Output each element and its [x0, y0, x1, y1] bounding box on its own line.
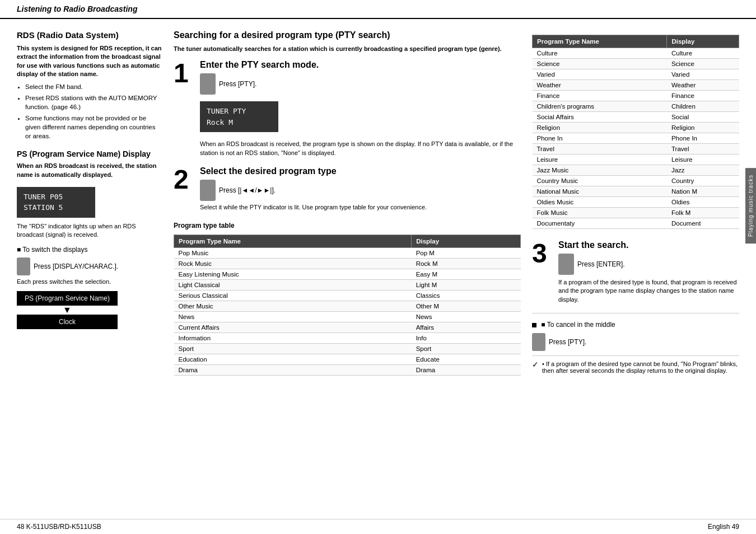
side-tab: Playing music tracks: [745, 168, 756, 243]
right-program-type-name-cell: Jazz Music: [533, 165, 667, 176]
table-row: Social AffairsSocial: [533, 112, 739, 123]
rds-description: This system is designed for RDS receptio…: [17, 44, 162, 79]
program-display-cell: Pop M: [412, 248, 521, 259]
cancel-section: ■ To cancel in the middle Press [PTY].: [532, 320, 739, 351]
step2-press-text: Press [|◄◄/►►|].: [219, 186, 276, 194]
table-row: DocumentatyDocument: [533, 218, 739, 229]
step3-container: 3 Start the search. Press [ENTER]. If a …: [532, 240, 739, 307]
separator2: [532, 355, 739, 356]
step1-display-line2: Rock M: [207, 117, 272, 128]
table-row: Folk MusicFolk M: [533, 208, 739, 218]
table-row: Other MusicOther M: [174, 301, 521, 312]
rds-bullets: Select the FM band. Preset RDS stations …: [25, 82, 162, 141]
middle-column: Searching for a desired program type (PT…: [174, 30, 521, 508]
program-display-cell: Rock M: [412, 259, 521, 269]
program-display-cell: Sport: [412, 344, 521, 354]
step1-remote-icon: [200, 73, 216, 95]
right-program-display-cell: Jazz: [667, 165, 739, 176]
table-row: EducationEducate: [174, 354, 521, 365]
right-program-display-cell: Document: [667, 218, 739, 229]
table-header-row: Program Type Name Display: [174, 235, 521, 248]
table-row: SportSport: [174, 344, 521, 354]
cancel-press-line: Press [PTY].: [532, 333, 739, 351]
right-program-display-cell: Weather: [667, 80, 739, 91]
step3-note: If a program of the desired type is foun…: [558, 278, 739, 304]
remote-icon: [17, 257, 30, 275]
table-row: WeatherWeather: [533, 80, 739, 91]
program-type-name-cell: News: [174, 312, 412, 322]
right-program-type-name-cell: Oldies Music: [533, 197, 667, 208]
program-display-cell: Classics: [412, 291, 521, 301]
right-program-display-cell: Folk M: [667, 208, 739, 218]
right-program-type-name-cell: Leisure: [533, 154, 667, 165]
program-type-name-cell: Other Music: [174, 301, 412, 312]
step1-title: Enter the PTY search mode.: [200, 60, 521, 70]
display-press-line: Press [DISPLAY/CHARAC.].: [17, 257, 162, 275]
program-type-name-cell: Light Classical: [174, 280, 412, 291]
separator: [532, 313, 739, 313]
right-program-type-name-cell: Finance: [533, 91, 667, 101]
right-program-type-name-cell: Culture: [533, 48, 667, 59]
program-display-cell: News: [412, 312, 521, 322]
right-program-display-cell: Country: [667, 176, 739, 186]
right-table-header-row: Program Type Name Display: [533, 35, 739, 48]
step2-content: Select the desired program type Press [|…: [200, 166, 521, 215]
table-row: TravelTravel: [533, 144, 739, 154]
ps-section: PS (Program Service Name) Display When a…: [17, 149, 162, 329]
each-press-note: Each press switches the selection.: [17, 278, 162, 286]
right-program-table: Program Type Name Display CultureCulture…: [532, 35, 739, 229]
right-program-display-cell: Phone In: [667, 133, 739, 144]
program-display-cell: Light M: [412, 280, 521, 291]
step1-display: TUNER PTY Rock M: [200, 101, 278, 132]
step1-container: 1 Enter the PTY search mode. Press [PTY]…: [174, 60, 521, 161]
table-row: Oldies MusicOldies: [533, 197, 739, 208]
page-container: Listening to Radio Broadcasting RDS (Rad…: [0, 0, 756, 534]
search-title: Searching for a desired program type (PT…: [174, 30, 521, 40]
right-program-type-name-cell: Children's programs: [533, 101, 667, 112]
checkmark-icon: ✓: [532, 360, 539, 369]
right-program-type-name-cell: Science: [533, 59, 667, 69]
table-row: National MusicNation M: [533, 186, 739, 197]
right-program-type-name-cell: Varied: [533, 69, 667, 80]
bottom-note-text: • If a program of the desired type canno…: [542, 360, 739, 374]
left-column: RDS (Radio Data System) This system is d…: [17, 30, 162, 508]
right-program-type-name-cell: Weather: [533, 80, 667, 91]
right-program-type-name-cell: Country Music: [533, 176, 667, 186]
program-display-cell: Other M: [412, 301, 521, 312]
table-row: Easy Listening MusicEasy M: [174, 269, 521, 280]
table-row: Rock MusicRock M: [174, 259, 521, 269]
cancel-label: ■ To cancel in the middle: [532, 320, 739, 330]
rds-title: RDS (Radio Data System): [17, 30, 162, 40]
right-program-display-cell: Nation M: [667, 186, 739, 197]
right-program-type-name-cell: Documentaty: [533, 218, 667, 229]
program-table: Program Type Name Display Pop MusicPop M…: [174, 235, 521, 376]
right-col-header-name: Program Type Name: [533, 35, 667, 48]
right-col-header-display: Display: [667, 35, 739, 48]
press-display-text: Press [DISPLAY/CHARAC.].: [34, 263, 118, 270]
table-row: Serious ClassicalClassics: [174, 291, 521, 301]
bottom-note: ✓ • If a program of the desired type can…: [532, 360, 739, 374]
rds-bullet-3: Some functions may not be provided or be…: [25, 114, 162, 140]
table-title: Program type table: [174, 221, 521, 231]
table-row: CultureCulture: [533, 48, 739, 59]
right-program-display-cell: Leisure: [667, 154, 739, 165]
step3-content: Start the search. Press [ENTER]. If a pr…: [558, 240, 739, 307]
table-row: InformationInfo: [174, 333, 521, 344]
right-program-display-cell: Science: [667, 59, 739, 69]
table-row: FinanceFinance: [533, 91, 739, 101]
clock-box: Clock: [17, 315, 118, 329]
cancel-label-text: ■ To cancel in the middle: [541, 321, 615, 329]
table-row: Pop MusicPop M: [174, 248, 521, 259]
step2-container: 2 Select the desired program type Press …: [174, 166, 521, 215]
table-row: Light ClassicalLight M: [174, 280, 521, 291]
program-display-cell: Affairs: [412, 322, 521, 333]
page-header: Listening to Radio Broadcasting: [0, 0, 756, 19]
program-type-name-cell: Sport: [174, 344, 412, 354]
arrow-down-icon: ▼: [17, 306, 118, 315]
table-row: ReligionReligion: [533, 123, 739, 133]
step3-remote-icon: [558, 254, 574, 275]
step1-press-line: Press [PTY].: [200, 73, 521, 95]
step3-area: 3 Start the search. Press [ENTER]. If a …: [532, 240, 739, 374]
table-row: Children's programsChildren: [533, 101, 739, 112]
right-column: Program Type Name Display CultureCulture…: [532, 30, 739, 508]
